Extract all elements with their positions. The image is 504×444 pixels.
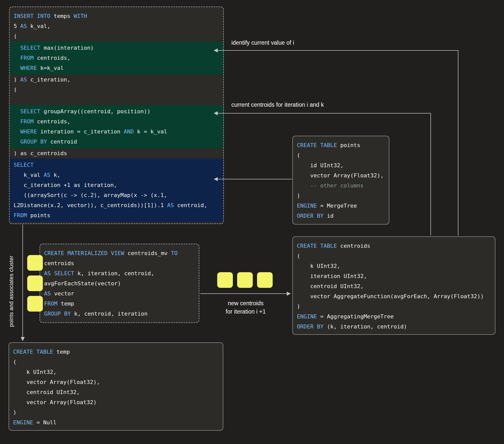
- code-line: ORDER BY (k, iteration, centroid): [297, 322, 491, 332]
- annotation-new-centroids: new centroids for iteration i +1: [207, 299, 285, 316]
- yellow-block-icon: [27, 255, 43, 271]
- code-keyword: TO: [171, 250, 178, 256]
- code-keyword: GROUP BY: [44, 311, 71, 317]
- code-text: id: [324, 213, 334, 219]
- code-line: id UInt32,: [297, 160, 385, 171]
- code-text: centroids_mv: [124, 250, 171, 256]
- code-text: = AggregatingMergeTree: [317, 313, 394, 320]
- code-line: FROM centroids,: [14, 117, 219, 127]
- code-section-green: SELECT groupArray((centroid, position)) …: [10, 105, 223, 148]
- code-section-green: SELECT max(interation) FROM centroids, W…: [10, 41, 223, 75]
- code-text: [14, 45, 20, 51]
- code-section-plain: ) as c_centroids: [10, 148, 223, 158]
- code-keyword: FROM: [14, 212, 27, 218]
- code-line: GROUP BY k, centroid, iteration: [44, 309, 195, 319]
- code-line: k UInt32,: [13, 367, 219, 377]
- code-line: AS vector: [44, 289, 195, 299]
- code-line: SELECT: [14, 160, 219, 170]
- code-line: iteration UInt32,: [297, 271, 491, 281]
- code-keyword: WHERE: [20, 128, 37, 135]
- code-line: SELECT groupArray((centroid, position)): [14, 106, 219, 117]
- code-keyword: AS: [167, 202, 174, 208]
- code-line: ) AS c_iteration,: [14, 75, 219, 85]
- code-line: ): [297, 301, 491, 312]
- code-section-plain: INSERT INTO temps WITH5 AS k_val,(: [10, 11, 223, 41]
- code-line: vector Array(Float32): [13, 397, 219, 407]
- points-table-box: CREATE TABLE points( id UInt32, vector A…: [292, 136, 389, 225]
- code-text: [14, 138, 20, 145]
- side-label-points-cluster: points and associates cluster: [8, 242, 15, 327]
- code-line: ): [297, 191, 385, 201]
- code-keyword: ENGINE: [297, 203, 317, 209]
- code-line: FROM points: [14, 210, 219, 220]
- code-text: interation = c_iteration: [37, 128, 124, 135]
- code-text: vector Array(Float32),: [297, 172, 384, 179]
- annotation-new-centroids-line1: new centroids: [207, 299, 285, 308]
- code-text: max(interation): [40, 45, 94, 51]
- code-line: centroids: [44, 258, 195, 268]
- code-keyword: ENGINE: [13, 419, 33, 426]
- code-text: k = k_val: [134, 128, 167, 135]
- code-text: (: [297, 152, 300, 158]
- code-line: (: [14, 85, 219, 95]
- code-text: id UInt32,: [297, 162, 343, 169]
- code-text: points: [337, 142, 360, 148]
- code-line: (: [14, 31, 219, 41]
- yellow-block-icon: [27, 296, 43, 312]
- code-line: FROM centroids,: [14, 53, 219, 63]
- code-text: centroid UInt32,: [297, 283, 364, 289]
- code-text: vector AggregateFunction(avgForEach, Arr…: [297, 293, 484, 299]
- code-keyword: SELECT: [20, 45, 40, 51]
- code-text: [14, 108, 20, 115]
- code-line: c_iteration +1 as iteration,: [14, 180, 219, 190]
- code-section-plain: CREATE TABLE temp( k UInt32, vector Arra…: [9, 347, 223, 428]
- code-keyword: WITH: [74, 13, 87, 19]
- code-text: temps: [50, 13, 74, 19]
- code-keyword: SELECT: [14, 162, 34, 168]
- code-keyword: FROM: [44, 300, 57, 307]
- code-text: (: [297, 253, 300, 259]
- code-text: avgForEachState(vector): [44, 280, 121, 287]
- code-keyword: AS: [20, 76, 27, 83]
- code-text: points: [27, 212, 50, 218]
- code-text: ): [297, 192, 300, 199]
- code-line: centroid UInt32,: [13, 387, 219, 397]
- code-keyword: FROM: [20, 55, 34, 61]
- code-line: ENGINE = MergeTree: [297, 201, 385, 211]
- code-keyword: WHERE: [20, 65, 37, 71]
- code-text: ): [13, 409, 16, 415]
- code-text: [14, 118, 20, 125]
- code-text: k=k_val: [37, 65, 64, 71]
- code-keyword: INSERT INTO: [14, 13, 50, 19]
- code-text: centroids,: [34, 118, 70, 125]
- code-line: CREATE TABLE temp: [13, 347, 219, 357]
- code-keyword: FROM: [20, 118, 34, 125]
- code-line: 5 AS k_val,: [14, 21, 219, 31]
- code-text: c_iteration,: [27, 76, 70, 83]
- code-text: k UInt32,: [297, 263, 340, 269]
- code-line: [14, 95, 219, 105]
- code-line: CREATE TABLE points: [297, 140, 385, 150]
- code-section-plain: CREATE TABLE centroids( k UInt32, iterat…: [293, 241, 495, 332]
- code-comment: -- other columns: [297, 182, 364, 189]
- code-section-navy: SELECT k_val AS k, c_iteration +1 as ite…: [10, 158, 223, 222]
- code-keyword: AS SELECT: [44, 270, 74, 276]
- code-line: L2Distance(x.2, vector)), c_centroids))[…: [14, 200, 219, 210]
- code-text: (: [13, 359, 16, 365]
- code-line: AS SELECT k, iteration, centroid,: [44, 268, 195, 279]
- code-text: temp: [57, 300, 74, 307]
- code-line: CREATE MATERIALIZED VIEW centroids_mv TO: [44, 248, 195, 258]
- code-line: (: [13, 357, 219, 367]
- code-line: ENGINE = AggregatingMergeTree: [297, 312, 491, 322]
- code-text: c_iteration +1 as iteration,: [14, 182, 117, 188]
- code-text: iteration UInt32,: [297, 273, 367, 279]
- code-text: centroid: [47, 138, 77, 145]
- materialized-view-box: CREATE MATERIALIZED VIEW centroids_mv TO…: [40, 244, 199, 323]
- code-line: avgForEachState(vector): [44, 279, 195, 289]
- code-text: centroids,: [34, 55, 70, 61]
- code-line: ((arraySort(c -> (c.2), arrayMap(x -> (x…: [14, 190, 219, 200]
- code-keyword: AS: [44, 290, 51, 297]
- code-text: temp: [53, 349, 70, 355]
- code-text: (: [14, 87, 17, 93]
- code-text: ): [297, 303, 300, 310]
